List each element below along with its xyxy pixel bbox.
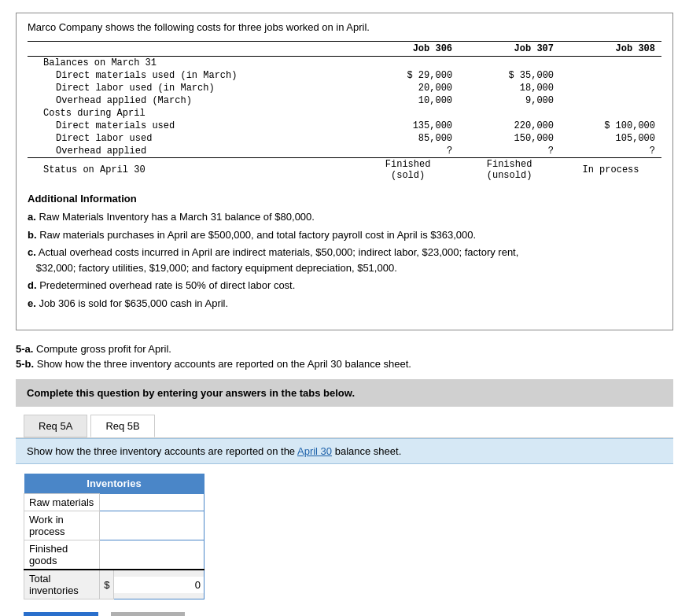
info-item-b: b. Raw materials purchases in April are … <box>28 227 661 243</box>
table-row: Overhead applied (March) 10,000 9,000 <box>28 94 661 107</box>
inventory-row-finished: Finished goods <box>24 540 204 570</box>
table-row: Balances on March 31 <box>28 57 661 70</box>
table-row: Direct labor used 85,000 150,000 105,000 <box>28 132 661 145</box>
req5b-button[interactable]: Req 5B > <box>111 612 186 616</box>
tab-req5a[interactable]: Req 5A <box>24 415 87 437</box>
info-item-a: a. Raw Materials Inventory has a March 3… <box>28 209 661 225</box>
inventory-row-wip: Work in process <box>24 511 204 540</box>
finished-goods-input[interactable] <box>100 547 204 563</box>
problem-intro: Marco Company shows the following costs … <box>28 21 661 33</box>
inventory-section: Inventories Raw materials Work in proces… <box>24 474 204 599</box>
show-banner: Show how the three inventory accounts ar… <box>16 438 673 464</box>
inventory-row-raw: Raw materials <box>24 494 204 511</box>
col-header-307: Job 307 <box>459 42 560 57</box>
dollar-sign: $ <box>99 570 113 599</box>
nav-buttons: < Req 5A Req 5B > <box>24 612 673 616</box>
finished-goods-label: Finished goods <box>24 540 100 570</box>
total-inventories-label: Total inventories <box>24 570 100 599</box>
inventory-table: Inventories Raw materials Work in proces… <box>24 474 204 599</box>
inventory-header: Inventories <box>24 474 204 494</box>
additional-info: Additional Information a. Raw Materials … <box>28 193 661 311</box>
table-row: Overhead applied ? ? ? <box>28 145 661 158</box>
cost-table: Job 306 Job 307 Job 308 Balances on Marc… <box>28 41 661 182</box>
table-row: Direct materials used (in March) $ 29,00… <box>28 69 661 82</box>
total-inventories-input[interactable] <box>114 577 204 593</box>
additional-info-title: Additional Information <box>28 193 661 205</box>
req5a-button[interactable]: < Req 5A <box>24 612 98 616</box>
total-inventories-input-cell[interactable] <box>113 570 204 599</box>
table-row: Costs during April <box>28 107 661 120</box>
table-row: Direct materials used 135,000 220,000 $ … <box>28 120 661 132</box>
table-row: Status on April 30 Finished(sold) Finish… <box>28 158 661 183</box>
info-item-c: c. Actual overhead costs incurred in Apr… <box>28 245 661 275</box>
tab-req5a-label: Req 5A <box>39 420 72 432</box>
question-5a: 5-a. Compute gross profit for April. <box>16 343 673 355</box>
highlight-date: April 30 <box>297 445 332 457</box>
work-in-process-input[interactable] <box>100 518 204 534</box>
tabs-row: Req 5A Req 5B <box>16 407 673 438</box>
inventory-total-row: Total inventories $ <box>24 570 204 599</box>
table-row: Direct labor used (in March) 20,000 18,0… <box>28 82 661 94</box>
finished-goods-input-cell[interactable] <box>99 540 204 570</box>
tab-req5b-label: Req 5B <box>105 420 139 432</box>
raw-materials-input[interactable] <box>100 494 204 511</box>
info-item-e: e. Job 306 is sold for $635,000 cash in … <box>28 296 661 312</box>
raw-materials-label: Raw materials <box>24 494 100 511</box>
tab-req5b[interactable]: Req 5B <box>90 415 154 437</box>
complete-banner: Complete this question by entering your … <box>16 379 673 407</box>
info-item-d: d. Predetermined overhead rate is 50% of… <box>28 278 661 293</box>
questions-section: 5-a. Compute gross profit for April. 5-b… <box>16 343 673 370</box>
work-in-process-input-cell[interactable] <box>99 511 204 540</box>
col-header-306: Job 306 <box>357 42 459 57</box>
question-5b: 5-b. Show how the three inventory accoun… <box>16 358 673 370</box>
raw-materials-input-cell[interactable] <box>99 494 204 511</box>
work-in-process-label: Work in process <box>24 511 100 540</box>
col-header-308: Job 308 <box>560 42 661 57</box>
